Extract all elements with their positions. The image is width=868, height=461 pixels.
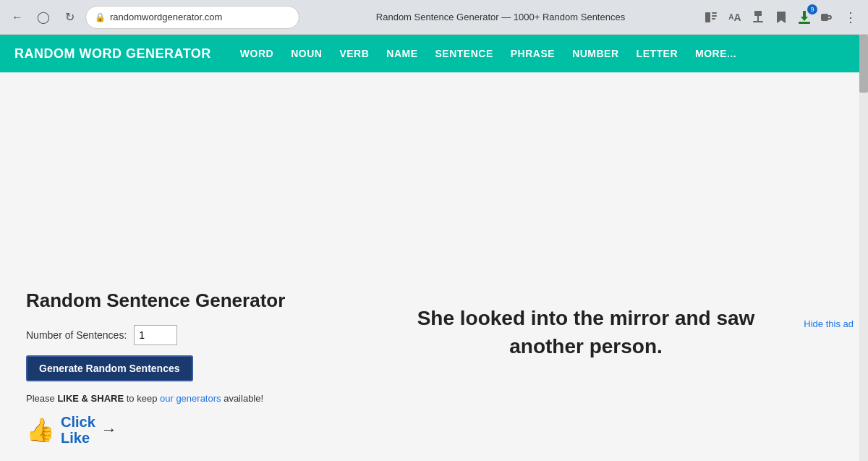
like-row: 👍 Click Like → <box>26 414 301 446</box>
sentence-count-input[interactable] <box>134 325 177 345</box>
hide-ad-link[interactable]: Hide this ad <box>804 318 854 329</box>
svg-rect-5 <box>757 16 759 21</box>
menu-button[interactable]: ⋮ <box>841 7 861 28</box>
download-badge: 9 <box>807 4 817 14</box>
generated-sentence: She looked into the mirror and saw anoth… <box>405 304 767 360</box>
reader-view-button[interactable] <box>702 7 722 28</box>
right-panel: She looked into the mirror and saw anoth… <box>330 289 842 375</box>
share-suffix: to keep <box>124 393 160 404</box>
refresh-button[interactable]: ↻ <box>59 7 80 28</box>
page-title: Random Sentence Generator <box>26 289 301 312</box>
browser-chrome: ← ◯ ↻ 🔒 randomwordgenerator.com Random S… <box>0 0 868 35</box>
svg-rect-2 <box>712 15 717 17</box>
arrow-right-icon: → <box>101 420 117 439</box>
nav-phrase[interactable]: PHRASE <box>511 48 555 59</box>
lock-icon: 🔒 <box>95 12 106 22</box>
account-button[interactable]: ◯ <box>33 7 54 28</box>
share-end: available! <box>221 393 264 404</box>
main-content: Hide this ad Random Sentence Generator N… <box>0 72 868 461</box>
click-label: Click <box>61 414 95 430</box>
svg-rect-7 <box>799 22 810 24</box>
nav-sentence[interactable]: SENTENCE <box>435 48 493 59</box>
share-link[interactable]: our generators <box>160 393 221 404</box>
svg-rect-1 <box>712 12 717 14</box>
nav-more[interactable]: MORE... <box>695 48 736 59</box>
svg-rect-0 <box>705 12 710 22</box>
browser-actions: AA 9 ⋮ <box>702 7 861 28</box>
generator-section: Random Sentence Generator Number of Sent… <box>0 275 868 460</box>
nav-number[interactable]: NUMBER <box>572 48 618 59</box>
svg-rect-3 <box>712 18 715 20</box>
share-bold: LIKE & SHARE <box>57 393 124 404</box>
generate-btn-wrapper: Generate Random Sentences <box>26 355 301 393</box>
thumbs-up-icon: 👍 <box>26 416 55 444</box>
generate-button[interactable]: Generate Random Sentences <box>26 355 193 381</box>
download-button[interactable]: 9 <box>794 7 814 28</box>
svg-rect-6 <box>753 21 763 22</box>
back-button[interactable]: ← <box>7 7 27 28</box>
nav-word[interactable]: WORD <box>240 48 273 59</box>
nav-verb[interactable]: VERB <box>339 48 369 59</box>
nav-letter[interactable]: LETTER <box>637 48 678 59</box>
pin-tab-button[interactable] <box>748 7 768 28</box>
site-header: RANDOM WORD GENERATOR WORD NOUN VERB NAM… <box>0 35 868 72</box>
left-panel: Random Sentence Generator Number of Sent… <box>26 289 301 446</box>
share-prefix: Please <box>26 393 57 404</box>
extensions-button[interactable] <box>817 7 838 28</box>
svg-rect-8 <box>821 14 828 21</box>
like-label: Like <box>61 430 95 446</box>
ad-area <box>0 72 868 275</box>
share-text: Please LIKE & SHARE to keep our generato… <box>26 393 301 404</box>
scrollbar-thumb[interactable] <box>859 35 868 93</box>
site-logo[interactable]: RANDOM WORD GENERATOR <box>14 46 211 62</box>
text-size-button[interactable]: AA <box>725 7 745 28</box>
tab-title: Random Sentence Generator — 1000+ Random… <box>305 12 696 22</box>
address-bar[interactable]: 🔒 randomwordgenerator.com <box>85 6 299 29</box>
form-row: Number of Sentences: <box>26 325 301 345</box>
nav-name[interactable]: NAME <box>386 48 417 59</box>
scrollbar[interactable] <box>859 35 868 461</box>
url-text: randomwordgenerator.com <box>110 12 222 22</box>
form-label: Number of Sentences: <box>26 329 127 341</box>
site-nav: WORD NOUN VERB NAME SENTENCE PHRASE NUMB… <box>240 48 736 59</box>
svg-rect-4 <box>754 11 762 16</box>
nav-noun[interactable]: NOUN <box>291 48 322 59</box>
bookmark-button[interactable] <box>771 7 791 28</box>
click-like-button[interactable]: Click Like <box>61 414 95 446</box>
